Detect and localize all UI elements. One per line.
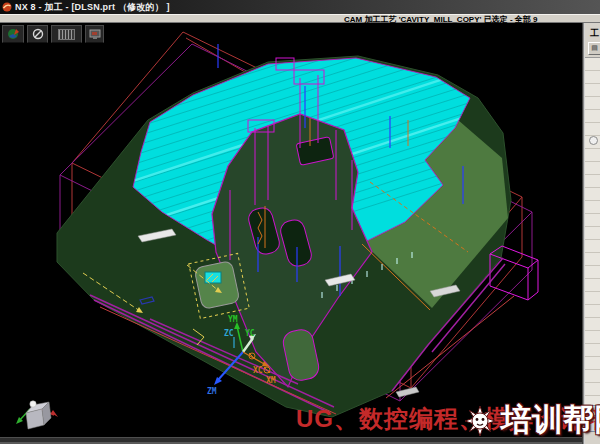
nx-logo-icon xyxy=(2,2,12,12)
navigator-row-icon xyxy=(589,136,598,145)
axis-label-ym: YM xyxy=(228,315,238,324)
grid-icon[interactable] xyxy=(51,25,82,43)
title-bar: NX 8 - 加工 - [DLSN.prt （修改的） ] xyxy=(0,0,600,14)
palette-icon[interactable] xyxy=(2,25,24,43)
nx-window: NX 8 - 加工 - [DLSN.prt （修改的） ] CAM 加工工艺 '… xyxy=(0,0,600,444)
view-toolbar xyxy=(2,25,104,43)
monitor-icon[interactable] xyxy=(85,25,104,43)
view-triad-cube[interactable] xyxy=(16,401,58,429)
boss-feature xyxy=(194,261,240,310)
status-bar: CAM 加工工艺 'CAVITY_MILL_COPY' 已选定 - 全部 9 xyxy=(0,14,600,23)
window-title: NX 8 - 加工 - [DLSN.prt （修改的） ] xyxy=(15,1,170,14)
no-selection-icon[interactable] xyxy=(27,25,48,43)
navigator-title: 工 xyxy=(590,27,600,40)
navigator-list[interactable] xyxy=(585,57,600,408)
graphics-window[interactable]: YM YC ZC ZM XC XM xyxy=(0,23,582,437)
sun-logo-icon xyxy=(461,401,499,439)
axis-label-xm: XM xyxy=(266,376,276,385)
operation-navigator-panel[interactable]: 工 ▤ xyxy=(585,23,600,444)
watermark-text: 培训帮网 xyxy=(501,399,600,441)
axis-label-yc: YC xyxy=(245,329,255,338)
axis-label-zm: ZM xyxy=(207,387,217,396)
navigator-toolbar-icon[interactable]: ▤ xyxy=(588,42,600,55)
cad-3d-scene[interactable]: YM YC ZC ZM XC XM xyxy=(0,23,582,437)
axis-label-xc: XC xyxy=(253,366,263,375)
axis-label-zc: ZC xyxy=(224,329,234,338)
watermark: 培训帮网 xyxy=(461,399,600,441)
